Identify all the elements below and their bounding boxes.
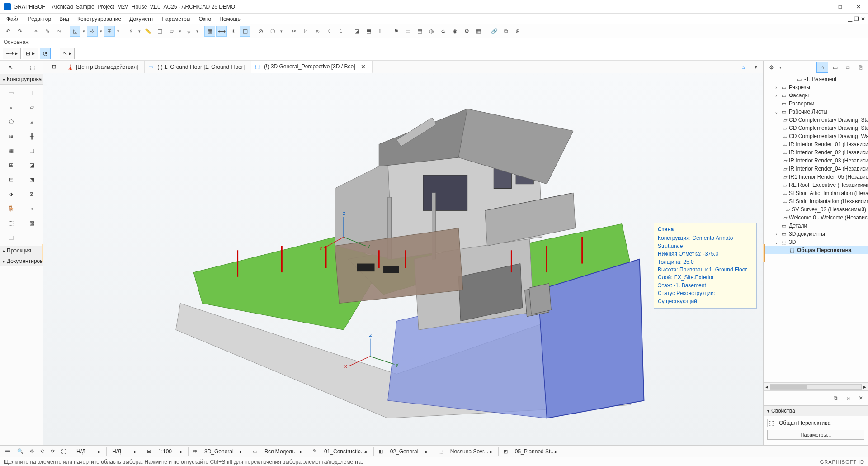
split-icon[interactable]: ⎋: [312, 26, 323, 37]
mdi-close[interactable]: ✕: [861, 16, 865, 22]
module-icon[interactable]: ⧉: [500, 26, 511, 37]
morph-tool[interactable]: ⬗: [1, 187, 21, 201]
nav-project-icon[interactable]: ⌂: [816, 62, 828, 73]
scale-value[interactable]: 1:100▸: [155, 447, 186, 456]
railing-tool[interactable]: ╫: [22, 129, 42, 143]
cube-icon[interactable]: ◫: [240, 26, 250, 37]
close-button[interactable]: ✕: [853, 2, 864, 12]
zoom-out-icon[interactable]: ➖: [2, 447, 14, 456]
door-tool[interactable]: ◫: [22, 144, 42, 157]
tree-item[interactable]: ▱IR Interior Render_01 (Независим: [764, 140, 868, 148]
morph-icon[interactable]: ◪: [351, 26, 362, 37]
arrow-up-icon[interactable]: ⇧: [375, 26, 386, 37]
maximize-button[interactable]: □: [835, 2, 845, 12]
color-icon[interactable]: ▦: [204, 26, 215, 37]
model-combo[interactable]: Вся Модель▸: [261, 447, 306, 456]
parameters-button[interactable]: Параметры...: [767, 430, 864, 440]
gravity-icon[interactable]: ⏚: [183, 26, 194, 37]
shell-tool[interactable]: ⟁: [22, 115, 42, 128]
mvs-combo[interactable]: 02_General▸: [387, 447, 432, 456]
opening-tool[interactable]: ⊟: [1, 173, 21, 186]
beam-tool[interactable]: ⬨: [1, 100, 21, 114]
pan-icon[interactable]: ✥: [27, 447, 37, 456]
section-documentation[interactable]: Документиров: [0, 256, 43, 266]
orientation-1[interactable]: Н/Д▸: [73, 447, 104, 456]
scroll-left-icon[interactable]: ◂: [765, 384, 768, 390]
reno-combo[interactable]: 05_Planned St...▸: [511, 447, 561, 456]
layer-combo[interactable]: 3D_General▸: [201, 447, 246, 456]
scroll-right-icon[interactable]: ▸: [863, 384, 866, 390]
menu-document[interactable]: Документ: [126, 14, 157, 24]
snap-point-icon[interactable]: ⊹: [87, 26, 98, 37]
arrow-select-tool[interactable]: ↖: [0, 61, 22, 74]
pen-q-icon[interactable]: ✎: [310, 447, 320, 456]
tree-item[interactable]: ▭-1. Basement: [764, 75, 868, 83]
nav-new-icon[interactable]: ⧉: [830, 393, 841, 404]
tree-item[interactable]: ▭Детали: [764, 222, 868, 230]
menu-view[interactable]: Вид: [56, 14, 73, 24]
slab-tool[interactable]: ▱: [22, 100, 42, 114]
fit-icon[interactable]: ⛶: [58, 447, 69, 456]
tree-item[interactable]: ▱IR1 Interior Render_05 (Независи: [764, 173, 868, 181]
tree-item[interactable]: ▭Развертки: [764, 100, 868, 108]
roof-tool[interactable]: ⬠: [1, 115, 21, 128]
grid-icon[interactable]: ♯: [125, 26, 136, 37]
nav-publisher-icon[interactable]: ⎘: [854, 62, 866, 73]
tree-item[interactable]: ⬚Общая Перспектива: [764, 246, 868, 254]
zone-tool[interactable]: ⬚: [1, 216, 21, 230]
nav-layouts-icon[interactable]: ⧉: [842, 62, 854, 73]
menu-window[interactable]: Окно: [195, 14, 215, 24]
section-construction[interactable]: Конструирова: [0, 74, 43, 85]
menu-construction[interactable]: Конструирование: [74, 14, 125, 24]
section-icon[interactable]: ⬡: [267, 26, 278, 37]
graphisoft-id[interactable]: GRAPHISOFT ID: [820, 459, 864, 465]
zoom-in-icon[interactable]: 🔍: [14, 447, 26, 456]
stair-tool[interactable]: ≋: [1, 129, 21, 143]
geom-mode-3-active[interactable]: ◔: [40, 48, 51, 59]
tab-3d-perspective[interactable]: ⬚ (!) 3D General_Perspective [3D / Все] …: [251, 61, 372, 73]
corner-window-tool[interactable]: ⬔: [22, 173, 42, 186]
tree-item[interactable]: ▱RE Roof_Executive (Независимый: [764, 181, 868, 189]
scale-icon[interactable]: ⊞: [144, 447, 154, 456]
zone-icon[interactable]: ▦: [473, 26, 484, 37]
tree-item[interactable]: ▱IR Interior Render_03 (Независим: [764, 157, 868, 165]
nav-settings-dd[interactable]: ▾: [778, 65, 783, 70]
adjust-icon[interactable]: ⤹: [324, 26, 335, 37]
undo-icon[interactable]: ↶: [3, 26, 14, 37]
properties-header[interactable]: Свойства: [764, 406, 868, 416]
menu-file[interactable]: Файл: [3, 14, 24, 24]
model-q-icon[interactable]: ▭: [250, 447, 260, 456]
ruler-icon[interactable]: 📏: [142, 26, 153, 37]
go-combo[interactable]: Nessuna Sovr...▸: [447, 447, 496, 456]
zoom-prev-icon[interactable]: ⟲: [38, 447, 47, 456]
menu-editor[interactable]: Редактор: [24, 14, 55, 24]
mesh-tool[interactable]: ⊠: [22, 187, 42, 201]
xref-icon[interactable]: ⊕: [512, 26, 523, 37]
orientation-2[interactable]: Н/Д▸: [108, 447, 140, 456]
tab-close-icon[interactable]: ✕: [361, 63, 366, 70]
tree-item[interactable]: ▱SI Stair_Attic_Implantation (Неза: [764, 189, 868, 197]
nav-views-icon[interactable]: ▭: [829, 62, 841, 73]
geom-mode-2[interactable]: ⊟ ▸: [23, 48, 38, 59]
tab-interaction-center[interactable]: 🗼 [Центр Взаимодействия]: [63, 61, 145, 73]
curtain-wall-tool[interactable]: ▦: [1, 144, 21, 157]
layers-q-icon[interactable]: ≋: [190, 447, 200, 456]
mep-icon[interactable]: ⚙: [461, 26, 472, 37]
eyedropper-icon[interactable]: ✎: [42, 26, 53, 37]
pick-icon[interactable]: ⌖: [30, 26, 41, 37]
nav-del-icon[interactable]: ✕: [855, 393, 866, 404]
lamp-tool[interactable]: ☼: [22, 202, 42, 215]
snap-grid-icon[interactable]: ⊞: [104, 26, 115, 37]
tree-item[interactable]: ›▭Фасады: [764, 91, 868, 100]
flag-icon[interactable]: ⚑: [391, 26, 401, 37]
sun-icon[interactable]: ☀: [228, 26, 239, 37]
suspend-icon[interactable]: ⊘: [255, 26, 266, 37]
nav-horizontal-scrollbar[interactable]: ◂ ▸: [764, 382, 868, 390]
tab-ground-floor[interactable]: ▭ (!) 1. Ground Floor [1. Ground Floor]: [145, 61, 251, 73]
zoom-next-icon[interactable]: ⟳: [48, 447, 57, 456]
tree-item[interactable]: ⌄▭Рабочие Листы: [764, 108, 868, 116]
profile-icon[interactable]: ⬙: [438, 26, 448, 37]
navigator-tree[interactable]: ▭-1. Basement›▭Разрезы›▭Фасады▭Развертки…: [764, 74, 868, 382]
cut-icon[interactable]: ✂: [288, 26, 299, 37]
penset-combo[interactable]: 01_Constructio...▸: [321, 447, 372, 456]
